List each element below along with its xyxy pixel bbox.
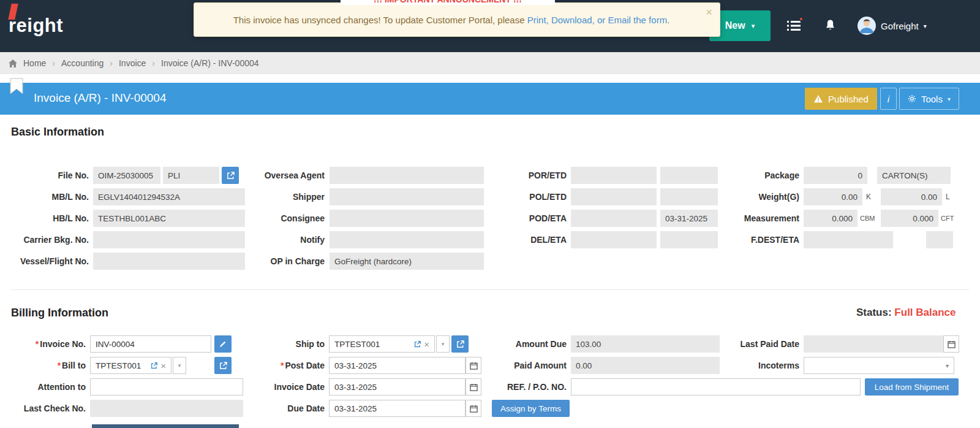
basic-information-form: File No. MB/L No. HB/L No. Carrier Bkg. …: [0, 167, 980, 271]
open-shipment-button[interactable]: [222, 167, 239, 184]
external-link-icon: [219, 362, 227, 370]
measurement-cft-unit: CFT: [941, 210, 954, 227]
assign-by-terms-button[interactable]: Assign by Terms: [492, 400, 570, 417]
page-title: Invoice (A/R) - INV-00004: [34, 91, 166, 105]
f-dest-input[interactable]: [804, 231, 893, 248]
avatar: [858, 17, 876, 35]
banner-action-link[interactable]: Print, Download, or Email the form: [527, 15, 667, 25]
ship-to-dropdown-button[interactable]: ▾: [436, 335, 450, 353]
calendar-icon: [948, 340, 956, 348]
ship-to-label: Ship to: [245, 335, 325, 353]
bill-to-combobox[interactable]: TPTEST001 ×: [90, 357, 172, 374]
paid-amount-input[interactable]: [571, 357, 720, 374]
file-no-label: File No.: [0, 167, 89, 184]
breadcrumb-invoice[interactable]: Invoice: [119, 58, 146, 68]
oversea-agent-label: Oversea Agent: [251, 167, 325, 184]
pencil-icon: [219, 340, 227, 348]
chevron-down-icon: ▾: [924, 23, 927, 29]
attention-to-input[interactable]: [90, 378, 243, 396]
del-input[interactable]: [571, 231, 657, 248]
breadcrumb-separator-icon: ›: [110, 58, 113, 68]
clear-icon[interactable]: ×: [424, 340, 429, 349]
hbl-no-input[interactable]: [93, 210, 245, 227]
op-in-charge-input[interactable]: [330, 253, 484, 270]
consignee-input[interactable]: [330, 210, 484, 227]
amount-due-input[interactable]: [571, 335, 720, 353]
pol-input[interactable]: [571, 188, 657, 205]
oversea-agent-input[interactable]: [330, 167, 484, 184]
list-glyph: [787, 20, 801, 31]
por-input[interactable]: [571, 167, 657, 184]
last-paid-date-input[interactable]: [804, 335, 943, 353]
task-list-icon[interactable]: [786, 19, 801, 32]
edit-invoice-no-button[interactable]: [214, 335, 232, 353]
user-name: Gofreight: [881, 21, 919, 31]
open-partner-icon[interactable]: [151, 362, 157, 369]
package-label: Package: [704, 167, 799, 184]
weight-lb-input[interactable]: [881, 188, 942, 205]
invoice-date-label: Invoice Date: [245, 378, 325, 396]
status-label: Status:: [856, 307, 892, 318]
clipped-top-alert: !!! IMPORTANT ANNOUNCEMENT !!!: [341, 0, 555, 5]
bill-to-detail-button[interactable]: [214, 357, 232, 374]
app-logo[interactable]: reight: [9, 15, 63, 37]
invoice-no-input[interactable]: [90, 335, 211, 353]
breadcrumb-home[interactable]: Home: [23, 58, 46, 68]
due-date-calendar-button[interactable]: [466, 400, 481, 417]
incoterms-select[interactable]: ▾: [804, 357, 954, 374]
tools-button[interactable]: Tools ▾: [899, 88, 959, 110]
bell-icon[interactable]: [824, 18, 836, 32]
open-partner-icon[interactable]: [414, 341, 421, 348]
due-date-input[interactable]: [329, 400, 466, 417]
clear-icon[interactable]: ×: [160, 361, 166, 370]
breadcrumb-accounting[interactable]: Accounting: [61, 58, 104, 68]
carrier-bkg-no-label: Carrier Bkg. No.: [0, 231, 89, 248]
amount-due-label: Amount Due: [478, 335, 567, 353]
file-no-input[interactable]: [93, 167, 160, 184]
file-type-input[interactable]: [163, 167, 219, 184]
info-icon: i: [888, 94, 889, 104]
ship-to-combobox[interactable]: TPTEST001 ×: [329, 335, 435, 353]
last-check-no-input[interactable]: [90, 400, 243, 417]
last-paid-date-calendar-button[interactable]: [943, 335, 959, 353]
invoice-date-input[interactable]: [329, 378, 466, 396]
warning-icon: [813, 94, 823, 103]
chevron-down-icon: ▾: [948, 96, 951, 102]
last-paid-date-label: Last Paid Date: [710, 335, 799, 353]
vessel-flight-no-input[interactable]: [93, 253, 245, 270]
shipper-label: Shipper: [251, 188, 325, 205]
shipper-input[interactable]: [330, 188, 484, 205]
user-menu[interactable]: Gofreight ▾: [858, 17, 927, 35]
post-date-label: *Post Date: [245, 357, 325, 374]
carrier-bkg-no-input[interactable]: [93, 231, 245, 248]
close-icon[interactable]: ×: [706, 7, 712, 18]
ship-to-value: TPTEST001: [334, 340, 411, 349]
measurement-cft-input[interactable]: [881, 210, 938, 227]
f-dest-eta-date-input[interactable]: [926, 231, 953, 248]
ship-to-detail-button[interactable]: [451, 335, 469, 353]
pol-etd-label: POL/ETD: [484, 188, 567, 205]
measurement-label: Measurement: [704, 210, 799, 227]
incoterms-label: Incoterms: [710, 357, 799, 374]
last-check-no-label: Last Check No.: [0, 400, 86, 417]
published-status-button[interactable]: Published: [805, 88, 877, 110]
load-from-shipment-button[interactable]: Load from Shipment: [865, 378, 959, 396]
ref-po-no-input[interactable]: [571, 378, 861, 396]
weight-lb-unit: L: [946, 188, 950, 205]
bill-to-dropdown-button[interactable]: ▾: [173, 357, 186, 374]
info-button[interactable]: i: [880, 88, 897, 110]
package-unit-input[interactable]: [877, 167, 951, 184]
weight-kg-input[interactable]: [804, 188, 862, 205]
mbl-no-label: MB/L No.: [0, 188, 89, 205]
mbl-no-input[interactable]: [93, 188, 245, 205]
measurement-cbm-input[interactable]: [804, 210, 858, 227]
notification-dot: [799, 17, 804, 21]
bookmark-icon[interactable]: [10, 78, 23, 96]
post-date-input[interactable]: [329, 357, 466, 374]
section-divider: [11, 289, 969, 290]
pod-input[interactable]: [571, 210, 657, 227]
notify-input[interactable]: [330, 231, 484, 248]
chevron-down-icon: ▾: [946, 362, 949, 369]
op-in-charge-label: OP in Charge: [251, 253, 325, 270]
package-qty-input[interactable]: [804, 167, 867, 184]
